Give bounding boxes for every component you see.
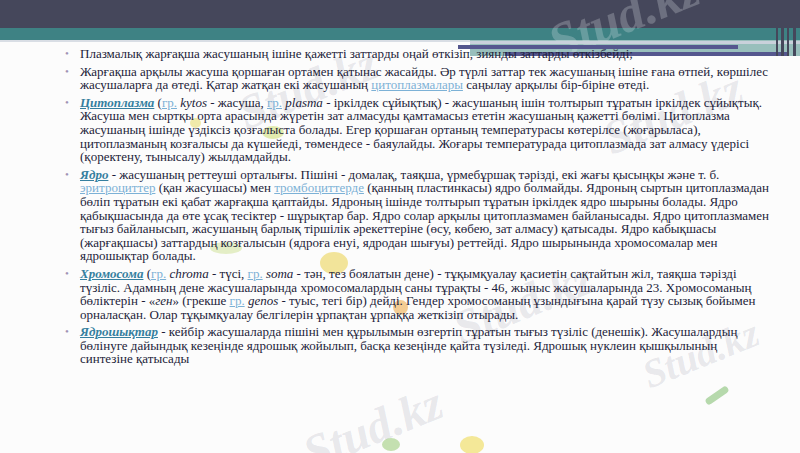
bullet-marker: • (65, 65, 69, 79)
watermark-logo-mark (704, 385, 729, 406)
list-item: • Плазмалық жарғақша жасушаның ішіне қаж… (64, 47, 771, 61)
text-run: - кейбір жасушаларда пішіні мен құрылымы… (80, 324, 737, 366)
list-item: • Жарғақша арқылы жасуша қоршаған ортаме… (64, 65, 771, 92)
bullet-marker: • (65, 325, 69, 339)
watermark-text: Stud.kz (295, 375, 450, 453)
list-item: • Хромосома (гр. chroma - түсі, гр. soma… (64, 267, 771, 321)
text-run: Плазмалық жарғақша жасушаның ішіне қажет… (80, 46, 633, 61)
bullet-text: Ядрошықтар - кейбір жасушаларда пішіні м… (80, 324, 737, 366)
bullet-text: Хромосома (гр. chroma - түсі, гр. soma -… (80, 266, 755, 322)
slide-body: • Плазмалық жарғақша жасушаның ішіне қаж… (64, 47, 771, 370)
bullet-text: Плазмалық жарғақша жасушаның ішіне қажет… (80, 46, 633, 61)
list-item: • Цитоплазма (гр. kytos - жасуша, гр. pl… (64, 96, 771, 164)
header-silver-line (470, 41, 800, 44)
watermark-logo-mark (382, 438, 400, 451)
header-vertical-line (776, 0, 778, 56)
header-vertical-line (787, 0, 789, 56)
bullet-marker: • (65, 168, 69, 182)
list-item: • Ядро - жасушаның реттеуші орталығы. Пі… (64, 168, 771, 263)
text-run: саңылау арқылы бір-біріне өтеді. (463, 77, 649, 92)
bullet-text: Цитоплазма (гр. kytos - жасуша, гр. plas… (80, 95, 762, 164)
inline-link[interactable]: цитоплазмалары (371, 77, 463, 92)
list-item: • Ядрошықтар - кейбір жасушаларда пішіні… (64, 325, 771, 366)
header-teal-stripe (0, 28, 800, 40)
header-vertical-line (781, 0, 784, 56)
header-vertical-line (793, 0, 796, 56)
bullet-marker: • (65, 267, 69, 281)
bullet-text: Ядро - жасушаның реттеуші орталығы. Піші… (80, 167, 769, 264)
bullet-text: Жарғақша арқылы жасуша қоршаған ортамен … (80, 64, 768, 93)
header-underline (0, 40, 470, 42)
bullet-marker: • (65, 47, 69, 61)
watermark-logo-mark (460, 436, 484, 453)
header-dark-bar (0, 0, 800, 28)
bullet-marker: • (65, 96, 69, 110)
bullet-list: • Плазмалық жарғақша жасушаның ішіне қаж… (64, 47, 771, 366)
